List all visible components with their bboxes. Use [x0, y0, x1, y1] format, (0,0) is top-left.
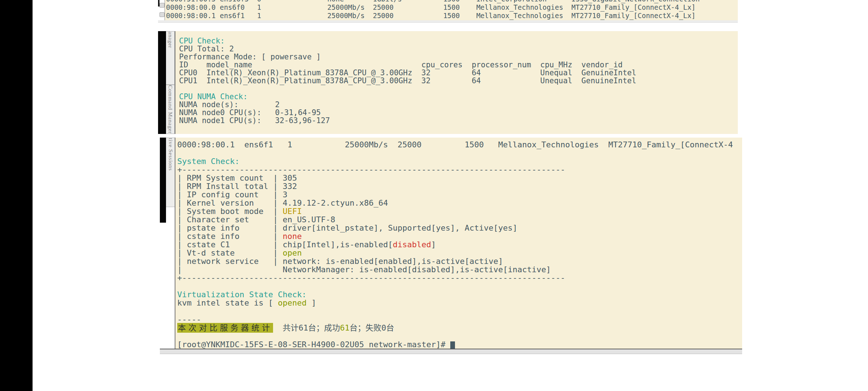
terminal-text-segment: 共计61台；成功 — [273, 323, 340, 332]
terminal-line: | NetworkManager: is-enabled[disabled],i… — [177, 265, 742, 274]
tab-active-sessions-label: tive Sessions — [167, 138, 174, 207]
terminal-text-segment: | network service | network: is-enabled[… — [177, 257, 503, 266]
terminal-line: 0000:98:00.1 ens6f1 1 25000Mb/s 25000 15… — [177, 140, 742, 149]
terminal-line: 0000:98:00.1 ens6f1 1 25000Mb/s 25000 15… — [166, 12, 738, 20]
terminal-line: +---------------------------------------… — [177, 165, 742, 174]
terminal-line: Performance Mode: [ powersave ] — [179, 53, 738, 61]
terminal-text-segment: [root@YNKMIDC-15FS-E-08-SER-H4900-02U05 … — [177, 340, 450, 349]
top-pane-shadow — [158, 20, 738, 23]
terminal-text-segment: +---------------------------------------… — [177, 273, 565, 282]
horizontal-scrollbar[interactable] — [160, 349, 742, 354]
terminal-text-segment: ID model_name cpu_cores processor_num cp… — [179, 60, 622, 69]
terminal-line: | pstate info | driver[intel_pstate], Su… — [177, 224, 742, 232]
terminal-text-segment: CPU NUMA Check: — [179, 92, 248, 101]
terminal-text-segment: 0000:98:00.0 ens6f0 1 25000Mb/s 25000 15… — [166, 3, 695, 11]
terminal-text-segment: 台；失败0台 — [350, 323, 394, 332]
terminal-line: | RPM Install total | 332 — [177, 182, 742, 190]
terminal-text-segment: | Vt-d state | — [177, 248, 282, 257]
terminal-line: System Check: — [177, 157, 742, 165]
terminal-text-segment: | IP config count | 3 — [177, 190, 288, 199]
terminal-line: kvm intel state is [ opened ] — [177, 299, 742, 307]
terminal-text-segment: 61 — [340, 323, 350, 332]
terminal-text-segment: kvm intel state is [ — [177, 298, 278, 307]
desktop: { "theme": { "colors": { "cream": "#f7f0… — [0, 0, 868, 391]
terminal-line: Virtualization State Check: — [177, 290, 742, 299]
terminal-text-segment: | RPM System count | 305 — [177, 173, 297, 182]
terminal-line — [177, 282, 742, 290]
terminal-text-segment: CPU Total: 2 — [179, 45, 234, 53]
terminal-text-segment: 0000:98:00.1 ens6f1 1 25000Mb/s 25000 15… — [177, 140, 733, 149]
terminal-line: CPU Check: — [179, 37, 738, 45]
terminal-line: NUMA node(s): 2 — [179, 101, 738, 109]
terminal-text-segment: +---------------------------------------… — [177, 165, 565, 174]
terminal-line: +---------------------------------------… — [177, 274, 742, 282]
terminal-text-segment: 本次对比服务器统计 — [177, 323, 273, 333]
terminal-line: ID model_name cpu_cores processor_num cp… — [179, 61, 738, 69]
terminal-cursor — [450, 341, 455, 349]
tab-command-manager[interactable]: Command Manager — [166, 85, 175, 134]
terminal-line — [177, 332, 742, 340]
scrollbar-thumb[interactable] — [159, 3, 165, 8]
nic-table-terminal[interactable]: 0000:51:00.5 ens16f5 0 none 1Gbit/s 1500… — [165, 0, 738, 20]
terminal-line: | Vt-d state | open — [177, 249, 742, 257]
terminal-text-segment: CPU Check: — [179, 37, 225, 45]
terminal-text-segment: 0000:51:00.5 ens16f5 0 none 1Gbit/s 1500… — [166, 0, 700, 3]
cpu-check-terminal[interactable]: CPU Check:CPU Total: 2Performance Mode: … — [175, 31, 738, 134]
terminal-text-segment: ] — [307, 298, 316, 307]
terminal-text-segment: CPU1 Intel(R)_Xeon(R)_Platinum_8378A_CPU… — [179, 76, 636, 85]
terminal-line: | System boot mode | UEFI — [177, 207, 742, 215]
terminal-text-segment: | Kernel version | 4.19.12-2.ctyun.x86_6… — [177, 198, 388, 207]
terminal-text-segment: | pstate info | driver[intel_pstate], Su… — [177, 223, 517, 232]
terminal-text-segment: UEFI — [282, 207, 302, 216]
terminal-text-segment: | Character set | en_US.UTF-8 — [177, 215, 335, 224]
terminal-text-segment: disabled — [393, 240, 431, 249]
tab-session-manager-label: Manager — [167, 31, 173, 84]
vertical-scrollbar[interactable] — [158, 0, 165, 20]
nic-table-pane: 0000:51:00.5 ens16f5 0 none 1Gbit/s 1500… — [158, 0, 738, 20]
terminal-line — [177, 307, 742, 315]
session-output-lines: 0000:98:00.1 ens6f1 1 25000Mb/s 25000 15… — [177, 140, 742, 349]
terminal-text-segment: | System boot mode | — [177, 207, 282, 216]
nic-table-lines: 0000:51:00.5 ens16f5 0 none 1Gbit/s 1500… — [166, 0, 738, 20]
terminal-line: CPU Total: 2 — [179, 45, 738, 53]
left-black-column — [0, 0, 33, 391]
cpu-check-pane: Manager Command Manager CPU Check:CPU To… — [158, 31, 738, 134]
terminal-text-segment: CPU0 Intel(R)_Xeon(R)_Platinum_8378A_CPU… — [179, 68, 636, 77]
tab-session-manager[interactable]: Manager — [166, 31, 175, 85]
terminal-line: CPU1 Intel(R)_Xeon(R)_Platinum_8378A_CPU… — [179, 77, 738, 85]
terminal-text-segment: opened — [278, 298, 306, 307]
terminal-line: | IP config count | 3 — [177, 190, 742, 199]
terminal-text-segment: NUMA node(s): 2 — [179, 100, 280, 109]
terminal-line: | cstate info | none — [177, 232, 742, 240]
terminal-line: 0000:98:00.0 ens6f0 1 25000Mb/s 25000 15… — [166, 3, 738, 12]
pane-edge-bar — [160, 138, 166, 223]
terminal-text-segment: Performance Mode: [ powersave ] — [179, 52, 321, 61]
scrollbar-thumb[interactable] — [159, 12, 165, 17]
side-tabbar: Manager Command Manager — [166, 31, 175, 134]
terminal-line: CPU NUMA Check: — [179, 93, 738, 101]
terminal-line: 0000:51:00.5 ens16f5 0 none 1Gbit/s 1500… — [166, 0, 738, 3]
tab-active-sessions[interactable]: tive Sessions — [166, 138, 175, 207]
terminal-text-segment: ] — [431, 240, 436, 249]
cpu-check-lines: CPU Check:CPU Total: 2Performance Mode: … — [179, 37, 738, 125]
terminal-line: | network service | network: is-enabled[… — [177, 257, 742, 265]
terminal-text-segment: NUMA node1 CPU(s): 32-63,96-127 — [179, 116, 330, 125]
terminal-line: | Character set | en_US.UTF-8 — [177, 215, 742, 224]
terminal-line: CPU0 Intel(R)_Xeon(R)_Platinum_8378A_CPU… — [179, 69, 738, 77]
terminal-text-segment: | RPM Install total | 332 — [177, 182, 297, 191]
session-output-terminal[interactable]: 0000:98:00.1 ens6f1 1 25000Mb/s 25000 15… — [175, 138, 742, 349]
terminal-line — [179, 85, 738, 93]
terminal-text-segment: | NetworkManager: is-enabled[disabled],i… — [177, 265, 551, 274]
terminal-text-segment: 0000:98:00.1 ens6f1 1 25000Mb/s 25000 15… — [166, 12, 695, 20]
terminal-text-segment: open — [282, 248, 302, 257]
terminal-line: ----- — [177, 315, 742, 324]
tab-command-manager-label: Command Manager — [167, 85, 173, 134]
terminal-line: | Kernel version | 4.19.12-2.ctyun.x86_6… — [177, 199, 742, 207]
pane-edge-bar — [158, 31, 166, 134]
terminal-text-segment: | cstate info | — [177, 232, 282, 241]
terminal-text-segment: none — [282, 232, 302, 241]
terminal-text-segment: NUMA node0 CPU(s): 0-31,64-95 — [179, 108, 321, 117]
terminal-line: NUMA node1 CPU(s): 32-63,96-127 — [179, 117, 738, 125]
terminal-text-segment: Virtualization State Check: — [177, 290, 307, 299]
terminal-line: | RPM System count | 305 — [177, 174, 742, 182]
